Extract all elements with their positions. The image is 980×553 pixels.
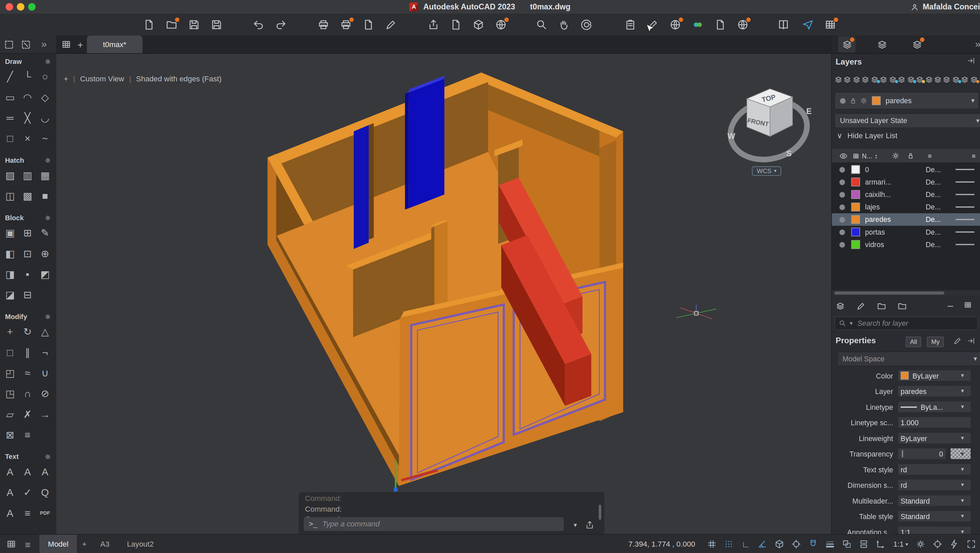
save-as-icon[interactable]	[208, 17, 224, 32]
pan-icon[interactable]	[556, 17, 571, 32]
tab-a3[interactable]: A3	[91, 535, 118, 553]
ortho-mode-icon[interactable]: ∟	[740, 538, 752, 550]
layout-grid-icon[interactable]	[6, 539, 16, 549]
join-icon[interactable]: →	[36, 404, 54, 425]
eye-icon[interactable]	[839, 151, 847, 160]
layer-color-swatch[interactable]	[851, 190, 860, 199]
property-value-dropdown[interactable]: 1:1▼	[897, 526, 971, 534]
attribute-icon[interactable]: ⊡	[19, 243, 36, 264]
layer-settings-icon[interactable]	[856, 300, 866, 311]
property-value-dropdown[interactable]: ByLa...▼	[897, 401, 971, 413]
gear-icon[interactable]	[45, 214, 51, 221]
layer-states-icon[interactable]	[835, 300, 845, 311]
layer-state-icon[interactable]	[970, 74, 978, 83]
layer-status-icon[interactable]	[839, 229, 845, 235]
arc-icon[interactable]: ◠	[19, 87, 36, 108]
web-share-icon[interactable]	[668, 17, 682, 32]
rectangle-icon[interactable]: ▭	[2, 87, 19, 108]
line-icon[interactable]: ╱	[2, 66, 19, 87]
property-value-dropdown[interactable]: Standard▼	[897, 510, 971, 522]
name-column-header[interactable]: N...	[862, 152, 872, 159]
text-style-icon[interactable]: A	[2, 482, 19, 503]
clean-screen-icon[interactable]	[965, 538, 977, 550]
multiline-text-icon[interactable]: A	[19, 462, 36, 482]
freeze-icon[interactable]	[907, 74, 915, 83]
print-icon[interactable]	[315, 17, 331, 32]
snap-mode-icon[interactable]	[723, 538, 735, 550]
layers-palette-tab[interactable]	[838, 36, 856, 53]
zoom-window-icon[interactable]	[534, 17, 549, 32]
hatch-half-icon[interactable]: ◫	[2, 186, 19, 206]
ellipse-arc-icon[interactable]: ◡	[36, 108, 54, 128]
paste-icon[interactable]	[622, 17, 638, 32]
polygon-icon[interactable]: ◇	[36, 87, 54, 108]
spline-icon[interactable]: ~	[36, 128, 54, 148]
slider-handle[interactable]	[902, 450, 903, 457]
user-menu[interactable]: Mafalda Concei	[911, 0, 980, 14]
construction-line-icon[interactable]: ═	[2, 108, 19, 128]
layer-row-vidros[interactable]: vidrosDe...	[832, 238, 980, 251]
copy-icon[interactable]: ∥	[19, 342, 36, 363]
layer-color-swatch[interactable]	[851, 165, 860, 174]
rotate-icon[interactable]: ↻	[19, 321, 36, 342]
single-text-icon[interactable]: A	[2, 462, 19, 482]
tab-model[interactable]: Model	[39, 535, 77, 553]
menu-icon[interactable]: ≡	[25, 539, 30, 550]
3d-print-icon[interactable]	[471, 17, 486, 32]
solid-fill-icon[interactable]: ■	[36, 186, 54, 206]
merge-layer-icon[interactable]	[943, 74, 951, 83]
visual-style-control[interactable]: Shaded with edges (Fast)	[136, 74, 221, 83]
columns-icon[interactable]	[964, 301, 972, 309]
unisolate-icon[interactable]	[898, 74, 906, 83]
layer-row-paredes[interactable]: paredesDe...	[832, 213, 980, 226]
layer-scrollbar-thumb[interactable]	[835, 292, 944, 295]
system-monitor-icon[interactable]	[822, 17, 838, 32]
spell-check-icon[interactable]: ✓	[19, 482, 36, 503]
transparency-toggle-icon[interactable]	[841, 538, 853, 550]
auto-hide-icon[interactable]	[967, 56, 976, 65]
layer-color-swatch[interactable]	[851, 203, 860, 212]
unlock-layer-icon[interactable]	[934, 74, 942, 83]
layer-status-icon[interactable]	[839, 204, 845, 210]
array-icon[interactable]: ▱	[2, 404, 19, 425]
sort-icon[interactable]: ↕	[875, 152, 878, 159]
viewcube[interactable]: TOP FRONT W E S	[719, 75, 819, 181]
view-control[interactable]: Custom View	[80, 74, 124, 83]
extend-icon[interactable]: ◳	[2, 383, 19, 404]
layer-status-icon[interactable]	[839, 191, 845, 197]
overkill-icon[interactable]: ≡	[19, 425, 36, 445]
gear-icon[interactable]	[45, 58, 51, 65]
region-icon[interactable]: □	[2, 128, 19, 148]
previous-layer-icon[interactable]	[880, 74, 888, 83]
page-setup-icon[interactable]	[383, 17, 398, 32]
export-icon[interactable]	[448, 17, 463, 32]
file-tab-t0max[interactable]: t0max*	[87, 36, 142, 53]
layer-color-swatch[interactable]	[851, 240, 860, 249]
gear-icon[interactable]	[45, 453, 51, 460]
redo-icon[interactable]	[273, 17, 288, 32]
object-snap-icon[interactable]	[807, 538, 819, 550]
polyline-icon[interactable]: └	[19, 66, 36, 87]
lineweight-display-icon[interactable]	[824, 538, 836, 550]
new-tab-button[interactable]: +	[78, 39, 83, 50]
isolate-icon[interactable]	[889, 74, 897, 83]
palette-tabs-more-icon[interactable]: »	[975, 39, 980, 50]
layer-status-icon[interactable]	[839, 167, 845, 172]
docs-compare-icon[interactable]	[713, 17, 728, 32]
new-vp-frozen-layer-icon[interactable]	[843, 74, 851, 83]
edit-text-icon[interactable]: A	[36, 462, 54, 482]
match-layer-icon[interactable]	[870, 74, 878, 83]
annotation-monitor-icon[interactable]	[931, 538, 944, 550]
transparency-pattern-button[interactable]: ▼	[950, 448, 971, 459]
trim-icon[interactable]: ∪	[36, 363, 54, 383]
sheet-manager-tab[interactable]	[908, 36, 926, 53]
collaborate-icon[interactable]	[690, 17, 705, 32]
current-layer-dropdown[interactable]: paredes ▼	[835, 92, 980, 109]
filter-my-button[interactable]: My	[927, 336, 944, 347]
new-layout-button[interactable]: +	[77, 535, 92, 553]
layer-color-swatch[interactable]	[851, 228, 860, 236]
batch-print-icon[interactable]	[338, 17, 353, 32]
ray-icon[interactable]: ╳	[19, 108, 36, 128]
stretch-icon[interactable]: ≈	[19, 363, 36, 383]
property-value-dropdown[interactable]: rd▼	[897, 479, 971, 491]
